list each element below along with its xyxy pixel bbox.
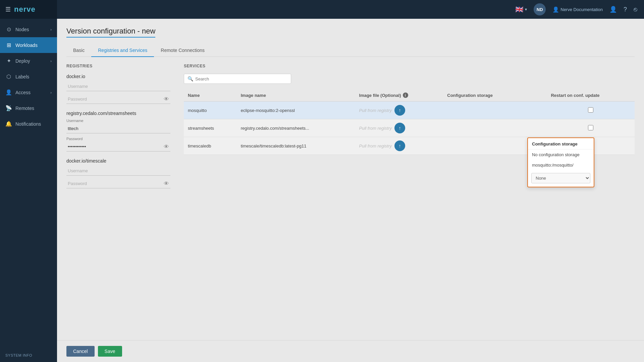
restart-checkbox[interactable] [588,125,593,130]
info-icon[interactable]: i [403,93,408,98]
search-bar[interactable]: 🔍 [184,74,291,84]
password-toggle-icon[interactable]: 👁 [164,181,169,187]
config-storage-popup-header: Configuration storage [528,138,594,149]
config-option-mosquitto[interactable]: mosquitto:/mosquitto/ [528,160,594,170]
dockerio-password-input[interactable] [66,95,170,104]
password-toggle-icon[interactable]: 👁 [164,144,169,150]
topbar: 🇬🇧 ▾ ND 👤 Nerve Documentation 👤 ? ⎋ [57,0,644,19]
upload-button[interactable]: ↑ [394,123,405,133]
sidebar-item-deploy[interactable]: ✦ Deploy › [0,53,57,69]
image-name-cell: timescale/timescaledb:latest-pg11 [237,137,355,155]
tab-basic[interactable]: Basic [66,44,91,57]
page-title: Version configuration - new [66,27,155,38]
cedalo-username-input[interactable] [66,124,170,133]
config-storage-popup: Configuration storage No configuration s… [527,137,594,187]
sidebar-header: ☰ nerve [0,0,57,19]
save-button[interactable]: Save [98,346,122,357]
language-selector[interactable]: 🇬🇧 ▾ [515,5,527,13]
registries-panel: REGISTRIES docker.io 👁 registry.cedalo.c… [66,64,177,195]
registry-entry-cedalo: registry.cedalo.com/streamsheets Usernam… [66,111,170,152]
notifications-icon: 🔔 [5,121,12,127]
image-name-cell: eclipse-mosquitto:2-openssl [237,102,355,119]
registry-name-cedalo: registry.cedalo.com/streamsheets [66,111,170,116]
sidebar-item-labels[interactable]: ⬡ Labels [0,69,57,84]
col-header-image-name: Image name [237,89,355,102]
search-input[interactable] [195,76,287,81]
avatar[interactable]: ND [534,3,546,15]
image-file-cell: Pull from registry ↑ [355,102,443,119]
chevron-down-icon: ▾ [525,7,527,12]
cedalo-password-input[interactable] [66,142,170,152]
upload-button[interactable]: ↑ [394,140,405,151]
col-header-image-file: Image file (Optional) i [355,89,443,102]
timescale-password-input[interactable] [66,179,170,188]
labels-icon: ⬡ [5,73,12,80]
cedalo-password-label: Password [66,137,170,141]
service-name-cell: mosquitto [184,102,237,119]
sidebar-item-notifications[interactable]: 🔔 Notifications [0,116,57,132]
main-area: 🇬🇧 ▾ ND 👤 Nerve Documentation 👤 ? ⎋ Vers… [57,0,644,362]
timescale-username-field[interactable] [66,166,170,176]
page-footer: Cancel Save [57,340,644,362]
chevron-right-icon: › [50,90,52,95]
col-header-restart: Restart on conf. update [547,89,635,102]
cancel-button[interactable]: Cancel [66,346,95,357]
page-content: Version configuration - new Basic Regist… [57,19,644,340]
dockerio-username-input[interactable] [66,82,170,91]
person-icon: 👤 [552,6,559,13]
help-icon[interactable]: ? [624,6,627,13]
tab-remote[interactable]: Remote Connections [154,44,211,57]
content-grid: REGISTRIES docker.io 👁 registry.cedalo.c… [66,64,635,195]
tab-registries[interactable]: Registries and Services [91,44,154,57]
app-logo: nerve [14,5,36,14]
image-name-cell: registry.cedalo.com/streamsheets... [237,119,355,137]
registry-entry-dockerio: docker.io 👁 [66,74,170,104]
system-info[interactable]: SYSTEM INFO [0,349,57,362]
service-name-cell: streamsheets [184,119,237,137]
timescale-username-input[interactable] [66,166,170,176]
search-icon: 🔍 [187,76,193,81]
workloads-icon: ⊞ [5,42,12,48]
col-header-name: Name [184,89,237,102]
image-file-cell: Pull from registry ↑ [355,137,443,155]
cedalo-username-field[interactable] [66,124,170,133]
sidebar-nav: ⊙ Nodes › ⊞ Workloads ✦ Deploy › ⬡ Label… [0,19,57,349]
sidebar-item-workloads[interactable]: ⊞ Workloads [0,37,57,53]
password-toggle-icon[interactable]: 👁 [164,96,169,102]
docs-link[interactable]: 👤 Nerve Documentation [552,6,603,13]
registry-entry-timescale: docker.io/timescale 👁 [66,158,170,188]
service-name-cell: timescaledb [184,137,237,155]
access-icon: 👤 [5,89,12,96]
table-row[interactable]: mosquitto eclipse-mosquitto:2-openssl Pu… [184,102,635,119]
user-icon[interactable]: 👤 [609,6,617,13]
cedalo-username-label: Username [66,119,170,123]
sidebar-item-access[interactable]: 👤 Access › [0,84,57,100]
timescale-password-field[interactable]: 👁 [66,179,170,188]
config-storage-cell[interactable] [443,119,547,137]
cedalo-password-field[interactable]: 👁 [66,142,170,152]
remotes-icon: 📡 [5,105,12,111]
upload-button[interactable]: ↑ [394,105,405,116]
services-header: SERVICES [184,64,635,68]
tabs-bar: Basic Registries and Services Remote Con… [66,44,635,57]
restart-checkbox-cell[interactable] [547,119,635,137]
config-storage-cell[interactable] [443,102,547,119]
deploy-icon: ✦ [5,58,12,64]
hamburger-icon[interactable]: ☰ [5,6,11,13]
sidebar-item-nodes[interactable]: ⊙ Nodes › [0,21,57,37]
logout-icon[interactable]: ⎋ [634,6,637,13]
chevron-right-icon: › [50,59,52,63]
config-option-none[interactable]: No configuration storage [528,149,594,160]
registries-header: REGISTRIES [66,64,170,68]
sidebar-item-remotes[interactable]: 📡 Remotes [0,100,57,116]
restart-checkbox-cell[interactable] [547,102,635,119]
restart-checkbox[interactable] [588,107,593,113]
dockerio-username-field[interactable] [66,82,170,91]
config-storage-dropdown[interactable]: None mosquitto:/mosquitto/ [531,173,590,183]
registry-name-dockerio: docker.io [66,74,170,79]
flag-icon: 🇬🇧 [515,5,524,13]
table-row[interactable]: streamsheets registry.cedalo.com/streams… [184,119,635,137]
services-panel: SERVICES 🔍 Name Image name [177,64,635,195]
sidebar: ☰ nerve ⊙ Nodes › ⊞ Workloads ✦ Deploy ›… [0,0,57,362]
dockerio-password-field[interactable]: 👁 [66,95,170,104]
